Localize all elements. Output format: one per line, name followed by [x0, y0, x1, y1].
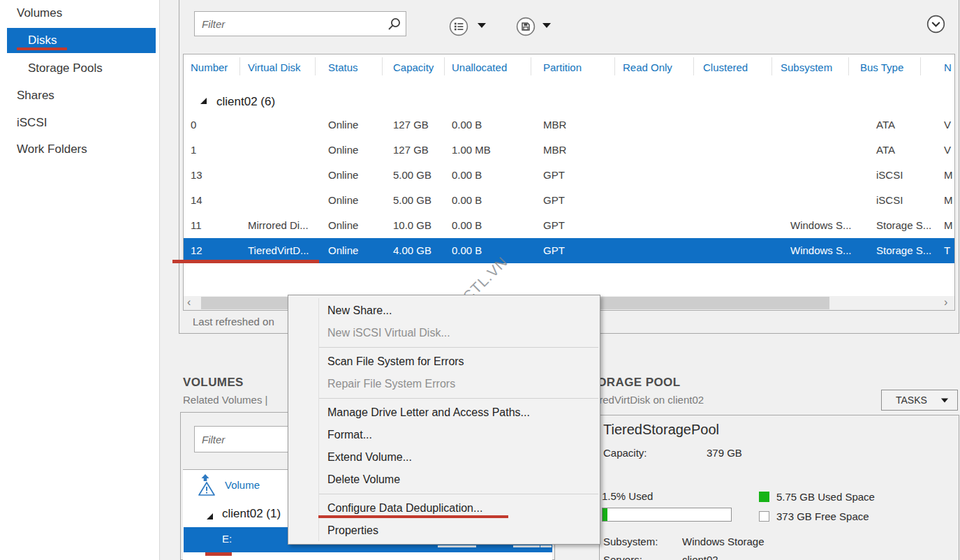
col-header-virtual-disk[interactable]: Virtual Disk: [248, 61, 301, 73]
cell-number: 13: [191, 169, 202, 181]
cell-partition: MBR: [543, 144, 566, 156]
col-header-unallocated[interactable]: Unallocated: [452, 61, 507, 73]
volumes-group-label[interactable]: client02 (1): [222, 507, 281, 521]
tasks-button[interactable]: TASKS: [881, 390, 958, 411]
annotation-underline-disks: [17, 47, 67, 50]
cell-bus-type: Storage S...: [876, 244, 931, 256]
col-header-number[interactable]: Number: [191, 61, 228, 73]
cell-unallocated: 0.00 B: [452, 194, 482, 206]
collapse-tile-chevron-icon[interactable]: [926, 15, 945, 34]
menu-item-manage-drive-letter[interactable]: Manage Drive Letter and Access Paths...: [288, 401, 600, 424]
save-icon[interactable]: [516, 17, 536, 36]
sidebar-item-volumes[interactable]: Volumes: [17, 6, 62, 20]
used-percent-label: 1.5% Used: [602, 490, 653, 502]
sidebar-item-storage-pools[interactable]: Storage Pools: [28, 61, 103, 75]
view-options-icon[interactable]: [449, 17, 468, 36]
disks-filter-input[interactable]: [194, 11, 406, 36]
cell-name: V: [944, 119, 951, 131]
cell-partition: GPT: [543, 219, 565, 231]
menu-item-format[interactable]: Format...: [288, 424, 600, 446]
column-separator: [693, 57, 694, 75]
pool-name: TieredStoragePool: [603, 422, 719, 438]
servers-value: client02: [682, 554, 718, 560]
alert-severity-sort-icon[interactable]: [198, 474, 216, 496]
menu-item-delete-volume[interactable]: Delete Volume: [288, 469, 600, 491]
used-space-progressbar: [602, 508, 732, 522]
scroll-left-icon[interactable]: ‹: [187, 295, 191, 309]
sidebar-item-iscsi[interactable]: iSCSI: [17, 116, 47, 130]
cell-number: 1: [191, 144, 196, 156]
menu-item-extend-volume[interactable]: Extend Volume...: [288, 446, 600, 469]
used-space-progress-fill: [603, 508, 607, 521]
scroll-right-icon[interactable]: ›: [944, 295, 947, 309]
cell-virtual-disk: TieredVirtD...: [248, 244, 309, 256]
cell-unallocated: 0.00 B: [452, 219, 482, 231]
col-header-volume[interactable]: Volume: [225, 479, 260, 491]
group-expand-icon[interactable]: [200, 98, 207, 104]
menu-item-properties[interactable]: Properties: [288, 520, 600, 542]
last-refreshed-text: Last refreshed on: [193, 316, 274, 327]
sidebar-item-disks-label: Disks: [28, 34, 57, 47]
sidebar-item-work-folders[interactable]: Work Folders: [17, 142, 87, 156]
search-icon[interactable]: [387, 17, 401, 31]
menu-item-new-share[interactable]: New Share...: [288, 300, 600, 322]
sidebar-nav: [0, 0, 159, 560]
column-separator: [920, 57, 921, 75]
menu-item-repair-file-system: Repair File System Errors: [288, 373, 600, 395]
col-header-clustered[interactable]: Clustered: [703, 61, 748, 73]
cell-number: 14: [191, 194, 202, 206]
cell-bus-type: iSCSI: [876, 194, 903, 206]
disk-row-14[interactable]: 14 Online 5.00 GB 0.00 B GPT iSCSI M: [184, 188, 954, 213]
save-dropdown-icon[interactable]: [542, 23, 551, 28]
sidebar-item-shares[interactable]: Shares: [17, 89, 54, 103]
cell-bus-type: Storage S...: [876, 219, 931, 231]
disk-row-11[interactable]: 11 Mirrored Di... Online 10.0 GB 0.00 B …: [184, 213, 954, 238]
group-expand-icon[interactable]: [207, 513, 213, 520]
cell-subsystem: Windows S...: [790, 219, 852, 231]
annotation-underline-configure-dedup: [318, 515, 508, 518]
legend-used-swatch: [759, 492, 769, 502]
col-header-capacity[interactable]: Capacity: [393, 61, 434, 73]
disks-group-label[interactable]: client02 (6): [216, 95, 275, 109]
col-header-name[interactable]: N: [944, 61, 952, 73]
clipped-text-fragment: [540, 545, 552, 547]
cell-bus-type: ATA: [876, 144, 895, 156]
disk-row-0[interactable]: 0 Online 127 GB 0.00 B MBR ATA V: [184, 112, 954, 138]
cell-capacity: 10.0 GB: [393, 219, 431, 231]
cell-unallocated: 0.00 B: [452, 244, 482, 256]
col-header-subsystem[interactable]: Subsystem: [781, 61, 832, 73]
cell-partition: GPT: [543, 169, 565, 181]
column-separator: [531, 57, 531, 75]
cell-name: T: [944, 244, 950, 256]
sidebar-divider: [159, 0, 160, 560]
tasks-dropdown-icon: [941, 398, 948, 402]
column-separator: [848, 57, 849, 75]
col-header-partition[interactable]: Partition: [543, 61, 582, 73]
subsystem-label: Subsystem:: [603, 536, 658, 547]
tasks-button-label: TASKS: [896, 395, 927, 406]
column-separator: [382, 57, 383, 75]
disk-row-13[interactable]: 13 Online 5.00 GB 0.00 B GPT iSCSI M: [184, 163, 954, 188]
cell-unallocated: 0.00 B: [452, 169, 482, 181]
col-header-status[interactable]: Status: [328, 61, 358, 73]
menu-item-scan-file-system[interactable]: Scan File System for Errors: [288, 351, 600, 373]
servers-label: Servers:: [603, 554, 642, 560]
view-options-dropdown-icon[interactable]: [478, 23, 486, 28]
cell-subsystem: Windows S...: [790, 244, 852, 256]
col-header-read-only[interactable]: Read Only: [623, 61, 672, 73]
col-header-bus-type[interactable]: Bus Type: [860, 61, 903, 73]
disk-row-1[interactable]: 1 Online 127 GB 1.00 MB MBR ATA V: [184, 138, 954, 163]
capacity-value: 379 GB: [707, 447, 742, 459]
column-separator: [614, 57, 615, 75]
cell-name: M: [944, 219, 953, 231]
cell-capacity: 127 GB: [393, 144, 429, 156]
cell-capacity: 127 GB: [393, 119, 429, 131]
column-separator: [239, 57, 240, 75]
cell-unallocated: 1.00 MB: [452, 144, 491, 156]
cell-number: 11: [191, 219, 202, 231]
cell-status: Online: [328, 219, 358, 231]
storage-pool-subtitle: TieredVirtDisk on client02: [585, 394, 704, 406]
cell-bus-type: ATA: [876, 119, 895, 131]
cell-number: 12: [191, 244, 202, 256]
column-separator: [771, 57, 772, 75]
